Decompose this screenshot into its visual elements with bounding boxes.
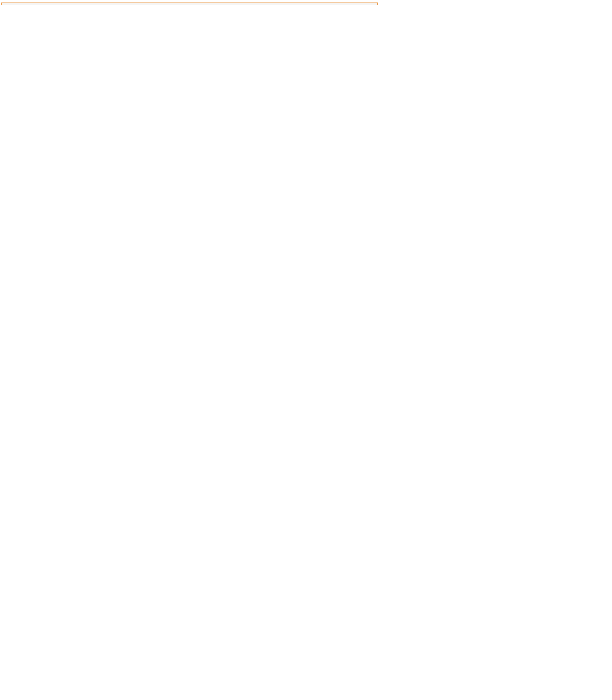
uml-class-title: Model [2,3,377,5]
uml-class-model: Model + src: string = ''+ baseAngle: num… [1,3,378,5]
